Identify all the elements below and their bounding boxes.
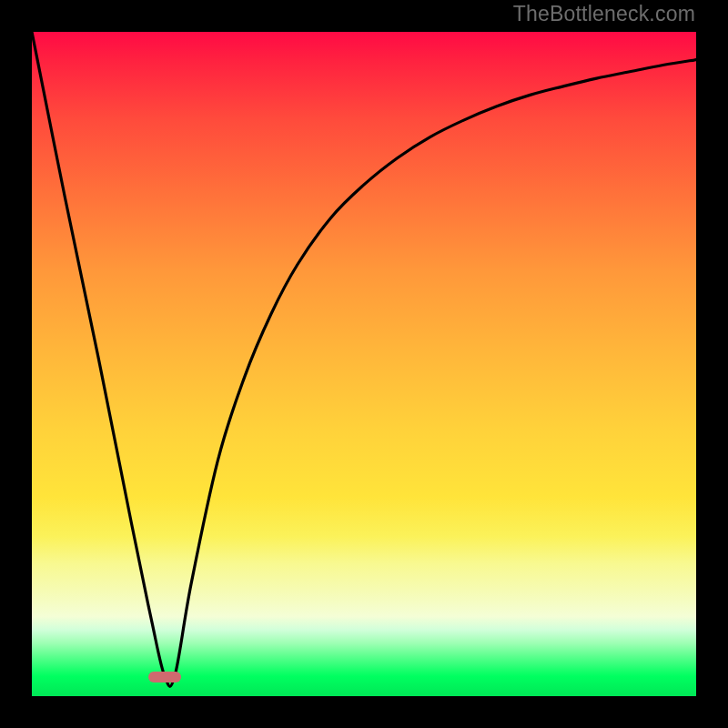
bottleneck-curve <box>32 32 696 696</box>
plot-area <box>32 32 696 696</box>
chart-frame: TheBottleneck.com <box>0 0 728 728</box>
minimum-marker <box>148 672 181 682</box>
watermark-text: TheBottleneck.com <box>513 2 695 26</box>
